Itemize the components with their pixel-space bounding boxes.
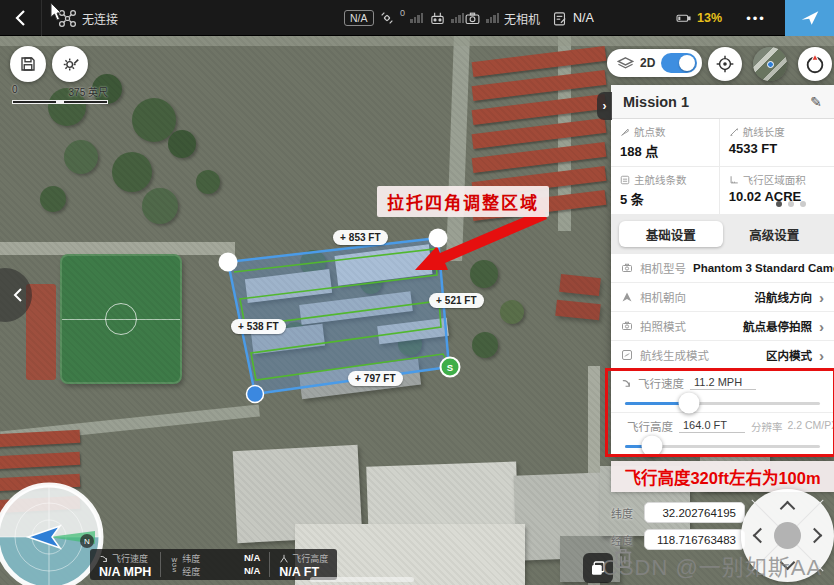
chevron-right-icon: › [819,348,824,363]
flight-board-status: N/A [551,0,594,36]
plus-icon: + [340,232,346,243]
setting-photo-mode[interactable]: 拍照模式 航点悬停拍照 › [611,312,834,341]
back-chevron-icon [15,9,26,27]
tab-advanced-settings[interactable]: 高级设置 [723,221,827,247]
battery-icon [674,10,692,26]
speed-slider[interactable] [625,392,820,414]
mouse-cursor [50,2,63,21]
altitude-note-banner: 飞行高度320ft左右为100m [611,461,834,492]
plus-icon: + [238,321,244,332]
speed-slider-thumb[interactable] [679,393,700,414]
chevron-right-icon: › [819,319,824,334]
dpad-right-button[interactable] [807,528,823,544]
flight-mode-badge: N/A [344,0,374,36]
dpad-up-button[interactable] [780,501,796,517]
more-menu-button[interactable]: ••• [735,0,777,36]
datum-label: WGS [170,557,177,572]
mission-header: Mission 1 ✎ [611,85,834,119]
main-lines-icon [620,175,630,185]
top-status-bar: 无连接 N/A 0 无相机 N/A [0,0,834,36]
remote-controller-icon [429,10,446,27]
latitude-input[interactable] [644,502,745,523]
gps-status: 0 [379,0,423,36]
gps-signal-bars [410,13,423,23]
plus-icon: + [355,373,361,384]
map-annotation-label: 拉托四角调整区域 [377,186,549,217]
panel-collapse-button[interactable]: › [597,92,612,120]
locate-button[interactable] [708,47,742,81]
speed-slider-row: 飞行速度 11.2 MPH [611,370,834,413]
scale-bar-line [12,100,108,104]
home-indicator [310,577,414,582]
camera-icon [621,262,633,274]
telemetry-altitude: 飞行高度 N/A FT [270,549,337,580]
settings-tabs: 基础设置 高级设置 [611,214,834,254]
2d-toggle-switch[interactable] [661,53,697,73]
camera-status: 无相机 [464,0,540,36]
chevron-left-icon [13,287,23,303]
mission-title: Mission 1 [623,94,689,110]
minimap-position-dot [767,61,774,68]
dpad-center-button[interactable] [774,522,801,549]
altitude-slider-row: 飞行高度 164.0 FT 分辨率 2.2 CM/PX [611,413,834,456]
flight-sliders: 飞行速度 11.2 MPH 飞行高度 164.0 FT 分辨率 2.2 CM/P… [611,370,834,456]
speed-icon [621,378,632,389]
map-mode-toggle[interactable]: 2D [607,49,702,77]
edge-length-pill: + 853 FT [333,230,388,245]
altitude-icon [279,554,289,564]
compass-icon [804,53,826,75]
speed-value-field[interactable]: 11.2 MPH [690,376,756,390]
altitude-slider-thumb[interactable] [642,436,663,457]
edge-length-pill: + 797 FT [348,371,403,386]
satellite-icon [379,10,395,26]
map-scale-bar: 0 375 英尺 [12,84,108,104]
mission-stats: 航点数 188 点 航线长度 4533 FT 主航线条数 5 条 [611,119,834,214]
longitude-input[interactable] [644,529,745,550]
gear-edit-icon [61,55,80,74]
edit-mission-icon[interactable]: ✎ [810,94,822,110]
camera-signal-bars [486,13,499,23]
chevron-right-icon: › [819,290,824,305]
back-button[interactable] [0,0,42,36]
stats-page-dots[interactable] [776,201,806,207]
tab-basic-settings[interactable]: 基础设置 [619,221,723,247]
watermark: CSDN @一别如斯AA [602,549,822,581]
speed-icon [99,554,109,564]
locate-crosshair-icon [715,54,735,74]
waypoint-icon [620,127,630,137]
settings-button[interactable] [52,46,88,82]
mission-panel: Mission 1 ✎ 航点数 188 点 航线长度 4533 FT [611,85,834,550]
setting-camera-model[interactable]: 相机型号 Phantom 3 Standard Camera › [611,254,834,283]
clipboard-icon [551,10,568,27]
altitude-slider[interactable] [625,435,820,457]
stat-route-length: 航线长度 4533 FT [720,119,834,167]
edge-length-pill: + 521 FT [429,293,484,308]
stat-main-lines: 主航线条数 5 条 [611,167,720,214]
save-icon [19,55,37,73]
edge-length-pill: + 538 FT [231,319,286,334]
takeoff-plane-icon [800,8,820,28]
setting-route-generation-mode[interactable]: 航线生成模式 区内模式 › [611,341,834,370]
dpad-left-button[interactable] [753,528,769,544]
photo-mode-icon [621,320,633,332]
camera-icon [464,10,481,27]
takeoff-button[interactable] [785,0,834,36]
battery-status: 13% [674,0,722,36]
heading-arrow-icon [621,291,633,303]
aircraft-connection-status: 无连接 [58,0,118,36]
compass-reset-button[interactable] [798,47,832,81]
save-mission-button[interactable] [10,46,46,82]
scale-start: 0 [12,84,18,99]
minimap-button[interactable] [753,47,787,81]
area-icon [729,175,739,185]
layers-icon [617,56,634,71]
altitude-value-field[interactable]: 164.0 FT [679,419,745,433]
route-length-icon [729,127,739,137]
setting-camera-heading[interactable]: 相机朝向 沿航线方向 › [611,283,834,312]
north-label: N [84,537,90,546]
telemetry-speed: 飞行速度 N/A MPH [90,549,160,580]
resolution-value: 2.2 CM/PX [788,419,834,434]
map-mode-label: 2D [640,56,655,70]
rc-signal-bars [451,13,464,23]
attitude-compass-instrument: N [0,482,104,585]
